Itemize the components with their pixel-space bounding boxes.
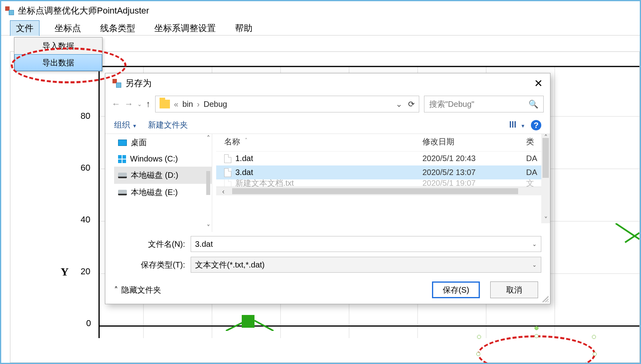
ytick-80: 80	[81, 111, 90, 121]
filename-label: 文件名(N):	[137, 239, 185, 250]
nav-ddrive-label: 本地磁盘 (D:)	[131, 170, 178, 181]
svg-line-18	[615, 223, 639, 239]
file-row[interactable]: 新建文本文档.txt 2020/5/1 19:07 文	[216, 179, 550, 187]
file-name: 新建文本文档.txt	[235, 179, 294, 187]
ytick-40: 40	[81, 214, 90, 225]
nav-edrive-label: 本地磁盘 (E:)	[131, 187, 178, 198]
menu-import-data[interactable]: 导入数据	[14, 37, 102, 54]
savetype-dropdown-icon[interactable]: ⌄	[532, 262, 537, 268]
data-segment	[226, 307, 274, 331]
menu-help[interactable]: 帮助	[231, 21, 256, 36]
ytick-60: 60	[81, 163, 90, 173]
menu-points[interactable]: 坐标点	[51, 21, 85, 36]
file-vscrollbar[interactable]: ˄ ˅	[541, 134, 550, 223]
file-list-pane: 名称 ˄ 修改日期 类 1.dat 2020/5/1 20:43 DA 3.da…	[212, 134, 550, 232]
ytick-20: 20	[81, 266, 90, 277]
ytick-0: 0	[86, 318, 91, 329]
drive-icon	[118, 190, 127, 195]
folder-icon	[160, 100, 170, 108]
save-as-dialog: 另存为 ✕ ← → ⌄ ↑ « bin › Debug ⌄ ⟳ 🔍 组织 ▼	[105, 73, 550, 304]
column-headers[interactable]: 名称 ˄ 修改日期 类	[216, 134, 550, 152]
svg-line-17	[254, 321, 274, 331]
new-folder-button[interactable]: 新建文件夹	[148, 120, 188, 130]
nav-c-drive[interactable]: Windows (C:)	[114, 151, 212, 167]
breadcrumb-sep: ›	[197, 100, 200, 109]
savetype-value: 文本文件(*.txt,*.dat)	[195, 260, 264, 270]
file-row[interactable]: 3.dat 2020/5/2 13:07 DA	[216, 165, 550, 179]
col-name[interactable]: 名称	[224, 137, 240, 146]
file-date: 2020/5/2 13:07	[422, 168, 526, 177]
help-icon[interactable]: ?	[531, 120, 541, 130]
nav-d-drive[interactable]: 本地磁盘 (D:)	[114, 167, 212, 184]
vscroll-thumb[interactable]	[542, 138, 549, 178]
col-date[interactable]: 修改日期	[422, 136, 526, 147]
nav-desktop[interactable]: 桌面	[114, 134, 212, 151]
dialog-title: 另存为	[125, 77, 152, 89]
desktop-icon	[118, 140, 127, 146]
search-input[interactable]	[429, 96, 529, 112]
breadcrumb-debug[interactable]: Debug	[204, 100, 227, 109]
menu-coord-settings[interactable]: 坐标系调整设置	[150, 21, 220, 36]
scroll-thumb[interactable]	[206, 171, 210, 195]
breadcrumb[interactable]: « bin › Debug ⌄ ⟳	[155, 96, 419, 112]
view-mode-button[interactable]: ▼	[510, 120, 525, 130]
hscroll-left-icon[interactable]: ‹	[219, 187, 228, 195]
filename-value: 3.dat	[195, 240, 213, 249]
menu-file[interactable]: 文件	[10, 20, 39, 36]
title-bar: 坐标点调整优化大师PointAdjuster	[1, 1, 640, 19]
file-icon	[224, 154, 231, 163]
menu-line-type[interactable]: 线条类型	[96, 21, 139, 36]
nav-up-icon[interactable]: ↑	[146, 99, 150, 109]
chevron-up-icon: ˄	[114, 285, 118, 295]
menu-bar: 文件 坐标点 线条类型 坐标系调整设置 帮助	[1, 19, 640, 35]
search-box[interactable]: 🔍	[424, 96, 544, 112]
savetype-combo[interactable]: 文本文件(*.txt,*.dat) ⌄	[191, 257, 541, 273]
savetype-label: 保存类型(T):	[137, 260, 185, 270]
cancel-button[interactable]: 取消	[490, 281, 538, 298]
close-button[interactable]: ✕	[534, 77, 543, 90]
resize-grip[interactable]	[542, 296, 548, 302]
nav-recent-icon[interactable]: ⌄	[137, 101, 142, 107]
file-name: 3.dat	[235, 168, 253, 177]
file-icon	[224, 168, 231, 177]
nav-back-icon[interactable]: ←	[112, 99, 120, 109]
file-name: 1.dat	[235, 154, 253, 163]
nav-e-drive[interactable]: 本地磁盘 (E:)	[114, 184, 212, 201]
y-axis-label: Y	[61, 266, 69, 278]
save-button[interactable]: 保存(S)	[432, 281, 480, 298]
hide-folders-toggle[interactable]: ˄ 隐藏文件夹	[114, 285, 161, 295]
nav-forward-icon[interactable]: →	[124, 99, 133, 109]
file-date: 2020/5/1 20:43	[422, 154, 526, 163]
data-segment-right	[615, 223, 639, 251]
nav-desktop-label: 桌面	[131, 137, 147, 148]
breadcrumb-bin[interactable]: bin	[182, 100, 193, 109]
nav-pane: 桌面 Windows (C:) 本地磁盘 (D:) 本地磁盘 (E:) ˄ ˅	[114, 134, 212, 232]
nav-scrollbar[interactable]: ˄ ˅	[204, 134, 213, 232]
dialog-icon	[112, 79, 121, 88]
search-icon[interactable]: 🔍	[529, 99, 538, 109]
menu-export-data[interactable]: 导出数据	[14, 54, 102, 71]
organize-button[interactable]: 组织 ▼	[114, 120, 137, 130]
file-icon	[224, 179, 231, 187]
vscroll-down-icon[interactable]: ˅	[541, 215, 550, 224]
app-title: 坐标点调整优化大师PointAdjuster	[18, 5, 149, 17]
breadcrumb-prefix: «	[174, 100, 178, 109]
refresh-icon[interactable]: ⟳	[408, 99, 415, 109]
filename-history-icon[interactable]: ⌄	[532, 241, 537, 247]
sort-indicator-icon: ˄	[245, 138, 247, 143]
file-date: 2020/5/1 19:07	[422, 179, 526, 187]
file-hscrollbar[interactable]: ‹ ›	[216, 187, 550, 195]
file-row[interactable]: 1.dat 2020/5/1 20:43 DA	[216, 152, 550, 165]
hide-folders-label: 隐藏文件夹	[121, 285, 161, 295]
filename-input[interactable]: 3.dat ⌄	[191, 236, 541, 252]
file-dropdown: 导入数据 导出数据	[14, 37, 103, 71]
scroll-down-icon[interactable]: ˅	[207, 223, 210, 232]
svg-line-16	[226, 321, 247, 331]
scroll-up-icon[interactable]: ˄	[207, 134, 210, 143]
drive-icon	[118, 173, 127, 178]
app-icon	[5, 6, 14, 15]
breadcrumb-expand-icon[interactable]: ⌄	[396, 99, 402, 109]
windows-icon	[118, 155, 126, 163]
nav-cdrive-label: Windows (C:)	[130, 154, 178, 163]
